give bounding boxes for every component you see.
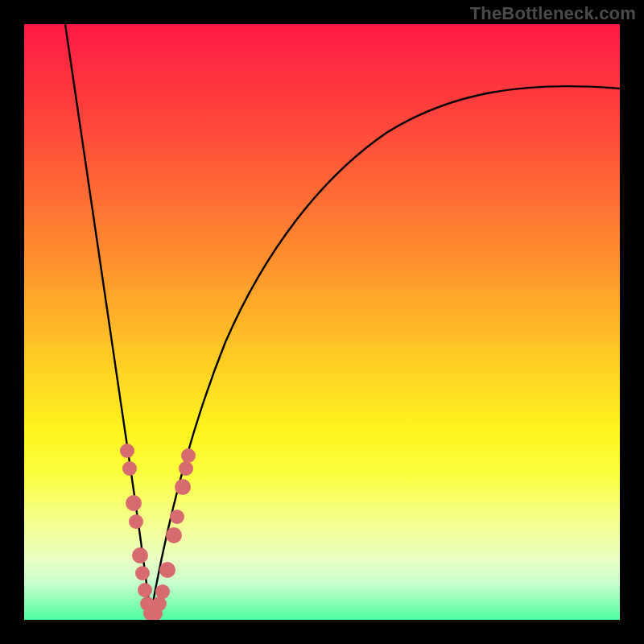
marker-dot bbox=[170, 510, 184, 524]
marker-dot bbox=[129, 514, 143, 529]
watermark-text: TheBottleneck.com bbox=[470, 3, 636, 24]
marker-dot bbox=[138, 583, 152, 597]
bottleneck-marker-group bbox=[120, 444, 196, 620]
chart-svg bbox=[24, 24, 620, 620]
marker-dot bbox=[166, 527, 182, 543]
marker-dot bbox=[181, 448, 196, 463]
marker-dot bbox=[126, 495, 142, 511]
marker-dot bbox=[122, 461, 137, 476]
marker-dot bbox=[132, 547, 148, 564]
marker-dot bbox=[159, 562, 175, 578]
curve-right-arm bbox=[151, 86, 620, 616]
marker-dot bbox=[120, 444, 134, 458]
marker-dot bbox=[135, 566, 150, 580]
plot-area bbox=[24, 24, 620, 620]
marker-dot bbox=[155, 584, 170, 599]
chart-frame: TheBottleneck.com bbox=[0, 0, 644, 644]
marker-dot bbox=[175, 479, 191, 495]
marker-dot bbox=[179, 461, 193, 476]
